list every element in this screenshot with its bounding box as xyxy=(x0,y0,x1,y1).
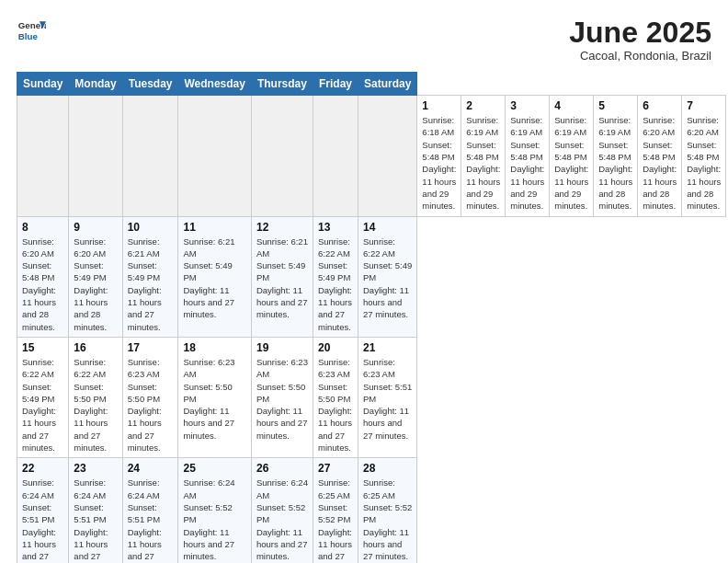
calendar-week-row: 15 Sunrise: 6:22 AM Sunset: 5:49 PM Dayl… xyxy=(17,337,726,457)
daylight-text: Daylight: 11 hours and 27 minutes. xyxy=(363,285,409,320)
sunrise-text: Sunrise: 6:24 AM xyxy=(128,477,160,500)
sunrise-text: Sunrise: 6:22 AM xyxy=(363,236,395,259)
col-friday: Friday xyxy=(313,73,358,96)
daylight-text: Daylight: 11 hours and 27 minutes. xyxy=(74,406,108,453)
month-title: June 2025 xyxy=(569,17,711,49)
day-number: 28 xyxy=(363,462,412,475)
daylight-text: Daylight: 11 hours and 29 minutes. xyxy=(422,164,456,211)
table-row: 17 Sunrise: 6:23 AM Sunset: 5:50 PM Dayl… xyxy=(122,337,178,457)
sunset-text: Sunset: 5:52 PM xyxy=(363,502,412,524)
sunset-text: Sunset: 5:51 PM xyxy=(363,382,412,404)
day-number: 8 xyxy=(22,221,63,234)
day-number: 24 xyxy=(128,462,174,475)
daylight-text: Daylight: 11 hours and 27 minutes. xyxy=(318,527,352,564)
sunset-text: Sunset: 5:48 PM xyxy=(22,260,54,282)
day-number: 21 xyxy=(363,341,412,354)
sunrise-text: Sunrise: 6:22 AM xyxy=(74,357,106,379)
day-info: Sunrise: 6:24 AM Sunset: 5:51 PM Dayligh… xyxy=(22,477,63,563)
table-row: 12 Sunrise: 6:21 AM Sunset: 5:49 PM Dayl… xyxy=(251,216,313,337)
table-row: 2 Sunrise: 6:19 AM Sunset: 5:48 PM Dayli… xyxy=(461,96,506,216)
daylight-text: Daylight: 11 hours and 28 minutes. xyxy=(643,164,677,211)
sunset-text: Sunset: 5:48 PM xyxy=(466,140,498,162)
day-number: 6 xyxy=(643,99,677,112)
sunset-text: Sunset: 5:48 PM xyxy=(510,140,542,162)
table-row: 19 Sunrise: 6:23 AM Sunset: 5:50 PM Dayl… xyxy=(251,337,313,457)
day-info: Sunrise: 6:22 AM Sunset: 5:49 PM Dayligh… xyxy=(363,236,412,321)
day-info: Sunrise: 6:21 AM Sunset: 5:49 PM Dayligh… xyxy=(256,236,308,321)
day-number: 26 xyxy=(256,462,308,475)
table-row xyxy=(358,96,416,216)
sunrise-text: Sunrise: 6:19 AM xyxy=(466,115,498,137)
sunset-text: Sunset: 5:49 PM xyxy=(256,260,305,282)
day-info: Sunrise: 6:23 AM Sunset: 5:50 PM Dayligh… xyxy=(183,356,245,442)
day-info: Sunrise: 6:23 AM Sunset: 5:51 PM Dayligh… xyxy=(363,356,412,442)
day-info: Sunrise: 6:19 AM Sunset: 5:48 PM Dayligh… xyxy=(598,114,632,212)
day-info: Sunrise: 6:20 AM Sunset: 5:48 PM Dayligh… xyxy=(22,236,63,333)
daylight-text: Daylight: 11 hours and 27 minutes. xyxy=(74,527,108,564)
sunset-text: Sunset: 5:48 PM xyxy=(598,140,631,162)
sunset-text: Sunset: 5:49 PM xyxy=(74,260,106,282)
page: General Blue June 2025 Cacoal, Rondonia,… xyxy=(0,0,728,563)
sunset-text: Sunset: 5:51 PM xyxy=(22,502,54,524)
daylight-text: Daylight: 11 hours and 27 minutes. xyxy=(318,285,352,332)
table-row xyxy=(251,96,313,216)
day-number: 25 xyxy=(183,462,245,475)
sunset-text: Sunset: 5:52 PM xyxy=(318,502,350,524)
daylight-text: Daylight: 11 hours and 27 minutes. xyxy=(22,527,56,564)
title-block: June 2025 Cacoal, Rondonia, Brazil xyxy=(569,17,711,63)
sunset-text: Sunset: 5:48 PM xyxy=(643,140,675,162)
daylight-text: Daylight: 11 hours and 28 minutes. xyxy=(74,285,108,332)
col-wednesday: Wednesday xyxy=(178,73,251,96)
daylight-text: Daylight: 11 hours and 28 minutes. xyxy=(598,164,632,211)
sunrise-text: Sunrise: 6:23 AM xyxy=(128,357,160,379)
table-row: 25 Sunrise: 6:24 AM Sunset: 5:52 PM Dayl… xyxy=(178,458,251,563)
day-number: 18 xyxy=(183,341,245,354)
sunset-text: Sunset: 5:49 PM xyxy=(363,260,412,282)
location: Cacoal, Rondonia, Brazil xyxy=(569,49,711,63)
sunrise-text: Sunrise: 6:25 AM xyxy=(318,477,350,500)
sunset-text: Sunset: 5:48 PM xyxy=(554,140,586,162)
day-number: 7 xyxy=(687,99,721,112)
day-info: Sunrise: 6:22 AM Sunset: 5:50 PM Dayligh… xyxy=(74,356,117,454)
daylight-text: Daylight: 11 hours and 27 minutes. xyxy=(128,285,162,332)
sunrise-text: Sunrise: 6:22 AM xyxy=(22,357,54,379)
header: General Blue June 2025 Cacoal, Rondonia,… xyxy=(17,17,711,63)
sunset-text: Sunset: 5:49 PM xyxy=(22,382,54,404)
daylight-text: Daylight: 11 hours and 27 minutes. xyxy=(256,285,307,320)
daylight-text: Daylight: 11 hours and 27 minutes. xyxy=(183,406,233,441)
daylight-text: Daylight: 11 hours and 27 minutes. xyxy=(183,285,233,320)
col-sunday: Sunday xyxy=(17,73,69,96)
table-row: 14 Sunrise: 6:22 AM Sunset: 5:49 PM Dayl… xyxy=(358,216,416,337)
col-monday: Monday xyxy=(69,73,122,96)
day-info: Sunrise: 6:24 AM Sunset: 5:52 PM Dayligh… xyxy=(256,477,308,562)
daylight-text: Daylight: 11 hours and 29 minutes. xyxy=(554,164,588,211)
sunset-text: Sunset: 5:48 PM xyxy=(422,140,454,162)
day-info: Sunrise: 6:24 AM Sunset: 5:52 PM Dayligh… xyxy=(183,477,245,562)
day-info: Sunrise: 6:25 AM Sunset: 5:52 PM Dayligh… xyxy=(318,477,353,563)
sunrise-text: Sunrise: 6:25 AM xyxy=(363,477,395,500)
table-row: 27 Sunrise: 6:25 AM Sunset: 5:52 PM Dayl… xyxy=(313,458,358,563)
table-row: 24 Sunrise: 6:24 AM Sunset: 5:51 PM Dayl… xyxy=(122,458,178,563)
daylight-text: Daylight: 11 hours and 27 minutes. xyxy=(256,527,307,562)
sunrise-text: Sunrise: 6:23 AM xyxy=(363,357,395,379)
sunset-text: Sunset: 5:50 PM xyxy=(128,382,160,404)
calendar-header-row: Sunday Monday Tuesday Wednesday Thursday… xyxy=(17,73,726,96)
day-number: 15 xyxy=(22,341,63,354)
day-number: 2 xyxy=(466,99,500,112)
table-row: 20 Sunrise: 6:23 AM Sunset: 5:50 PM Dayl… xyxy=(313,337,358,457)
generalblue-logo-icon: General Blue xyxy=(17,17,46,46)
sunrise-text: Sunrise: 6:24 AM xyxy=(74,477,106,500)
sunrise-text: Sunrise: 6:19 AM xyxy=(598,115,631,137)
table-row: 5 Sunrise: 6:19 AM Sunset: 5:48 PM Dayli… xyxy=(594,96,638,216)
svg-text:Blue: Blue xyxy=(18,31,39,41)
daylight-text: Daylight: 11 hours and 27 minutes. xyxy=(363,406,409,441)
sunset-text: Sunset: 5:49 PM xyxy=(128,260,160,282)
sunset-text: Sunset: 5:48 PM xyxy=(687,140,719,162)
table-row: 22 Sunrise: 6:24 AM Sunset: 5:51 PM Dayl… xyxy=(17,458,69,563)
day-info: Sunrise: 6:21 AM Sunset: 5:49 PM Dayligh… xyxy=(183,236,245,321)
day-number: 4 xyxy=(554,99,588,112)
table-row xyxy=(122,96,178,216)
calendar-week-row: 22 Sunrise: 6:24 AM Sunset: 5:51 PM Dayl… xyxy=(17,458,726,563)
daylight-text: Daylight: 11 hours and 29 minutes. xyxy=(466,164,500,211)
daylight-text: Daylight: 11 hours and 27 minutes. xyxy=(183,527,233,562)
